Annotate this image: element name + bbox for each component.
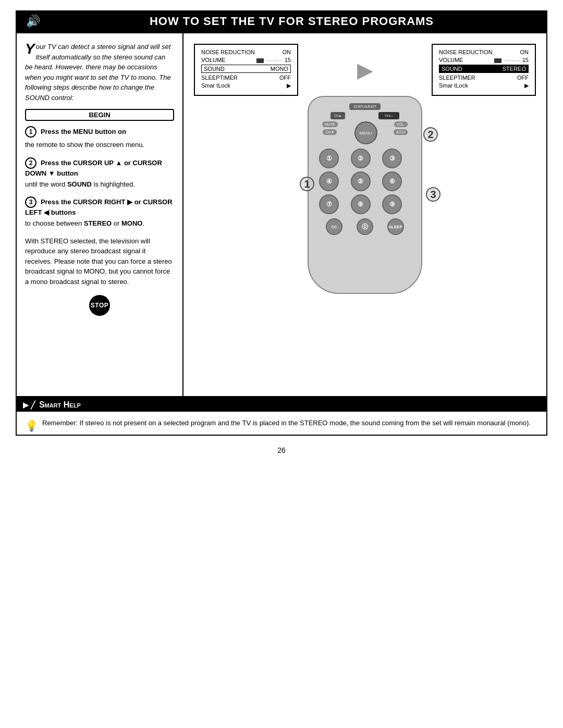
- cursor-2-indicator: 2: [423, 127, 438, 142]
- a-ch-button[interactable]: A/CH: [394, 129, 408, 135]
- volume-label: VOLUME: [201, 57, 225, 63]
- begin-label: BEGIN: [89, 111, 110, 119]
- ch-up-button[interactable]: CH▲: [331, 112, 345, 119]
- num-4-button[interactable]: ④: [319, 171, 339, 191]
- volume-label-stereo: VOLUME: [439, 57, 463, 63]
- sleeptimer-value-mono: OFF: [279, 75, 291, 81]
- smart-help-section: ▶ ╱ Smart Help 💡 Remember: If stereo is …: [16, 397, 547, 436]
- remote-bottom-row: CC ⓪ SLEEP: [319, 218, 411, 235]
- remote-menu-row: MUTE CH▼ MENU VOL- A/CH: [314, 121, 416, 144]
- sound-value-stereo: STEREO: [503, 66, 526, 72]
- smart-help-header: ▶ ╱ Smart Help: [17, 398, 546, 412]
- smartlock-label-stereo: Smar tLock: [439, 82, 468, 89]
- menu-button[interactable]: MENU: [354, 121, 377, 144]
- sound-label-stereo: SOUND: [442, 66, 462, 72]
- vol-down-button[interactable]: VOL-: [394, 121, 408, 127]
- vol-up-button[interactable]: VOL+: [378, 112, 399, 119]
- step-2-circle: 2: [25, 157, 36, 169]
- step-3-title: Press the CURSOR RIGHT ▶ or CURSOR LEFT …: [25, 198, 173, 216]
- volume-dots-stereo: ·········: [504, 58, 521, 63]
- remote-left-btns: MUTE CH▼: [322, 121, 338, 144]
- intro-body: our TV can detect a stereo signal and wi…: [25, 43, 171, 102]
- volume-number: 15: [285, 57, 291, 63]
- left-panel: Y our TV can detect a stereo signal and …: [17, 33, 183, 396]
- screen-stereo-noise-row: NOISE REDUCTION ON: [439, 49, 529, 55]
- cc-button[interactable]: CC: [326, 218, 342, 235]
- screen-mono-sleeptimer-row: SLEEPTIMER OFF: [201, 75, 291, 81]
- screen-stereo-sound-row: SOUND STEREO: [439, 65, 529, 73]
- screen-stereo-volume-row: VOLUME ········· 15: [439, 57, 529, 63]
- stop-circle: STOP: [89, 295, 110, 316]
- noise-reduction-value-stereo: ON: [520, 49, 529, 55]
- smart-help-text: Remember: If stereo is not present on a …: [42, 419, 531, 427]
- sleeptimer-label-stereo: SLEEPTIMER: [439, 75, 475, 81]
- page-title: How to Set the TV for Stereo Programs: [46, 15, 537, 28]
- step-1-text: the remote to show the onscreen menu.: [25, 140, 174, 150]
- sleep-button[interactable]: SLEEP: [387, 218, 404, 235]
- cursor-3-indicator: 3: [426, 187, 440, 202]
- mute-label: MUTE: [325, 122, 335, 126]
- remote-ch-vol-row: CH▲ VOL+: [314, 112, 416, 119]
- step-1-title: Press the MENU button on: [41, 128, 126, 135]
- ch-down-button[interactable]: CH▼: [323, 129, 337, 135]
- stop-label: STOP: [91, 302, 108, 309]
- num-2-button[interactable]: ②: [351, 149, 371, 168]
- menu-label: MENU: [360, 131, 372, 135]
- screen-mono-volume-row: VOLUME ········· 15: [201, 57, 291, 63]
- screen-mono: NOISE REDUCTION ON VOLUME ········· 15 S…: [194, 44, 298, 96]
- screen-stereo-smartlock-row: Smar tLock ▶: [439, 82, 529, 89]
- volume-bar-stereo: [494, 58, 501, 63]
- remote-control: STATUS/EXIT CH▲ VOL+ MUTE: [308, 96, 422, 294]
- sound-label-mono: SOUND: [204, 66, 225, 72]
- speaker-icon: 🔊: [26, 15, 40, 28]
- vol-down-label: VOL-: [397, 122, 405, 126]
- smartlock-label-mono: Smar tLock: [201, 82, 230, 89]
- status-exit-button[interactable]: STATUS/EXIT: [349, 103, 381, 110]
- step-1: 1 Press the MENU button on the remote to…: [25, 126, 174, 150]
- sleeptimer-value-stereo: OFF: [517, 75, 529, 81]
- smart-help-box: ▶ ╱ Smart Help 💡 Remember: If stereo is …: [16, 397, 547, 436]
- cursor-1-indicator: 1: [300, 177, 314, 191]
- ch-up-label: CH▲: [334, 114, 342, 117]
- num-7-button[interactable]: ⑦: [319, 194, 339, 214]
- num-5-button[interactable]: ⑤: [351, 171, 371, 191]
- vol-up-label: VOL+: [385, 114, 393, 117]
- step-2-title: Press the CURSOR UP ▲ or CURSOR DOWN ▼ b…: [25, 158, 162, 177]
- extra-text: With STEREO selected, the television wil…: [25, 236, 174, 287]
- status-exit-label: STATUS/EXIT: [353, 105, 376, 108]
- volume-number-stereo: 15: [522, 57, 529, 63]
- right-panel: NOISE REDUCTION ON VOLUME ········· 15 S…: [183, 33, 546, 396]
- num-6-button[interactable]: ⑥: [382, 171, 402, 191]
- num-9-button[interactable]: ⑨: [382, 194, 402, 214]
- mute-button[interactable]: MUTE: [322, 121, 338, 127]
- num-3-button[interactable]: ③: [382, 149, 402, 168]
- num-0-button[interactable]: ⓪: [357, 218, 373, 235]
- step-2: 2 Press the CURSOR UP ▲ or CURSOR DOWN ▼…: [25, 157, 174, 190]
- screen-mono-smartlock-row: Smar tLock ▶: [201, 82, 291, 89]
- right-angle-icon: ▶ ╱: [23, 401, 35, 409]
- remote-right-btns: VOL- A/CH: [394, 121, 408, 144]
- step-3: 3 Press the CURSOR RIGHT ▶ or CURSOR LEF…: [25, 196, 174, 229]
- screen-mono-noise-row: NOISE REDUCTION ON: [201, 49, 291, 55]
- num-8-button[interactable]: ⑧: [351, 194, 371, 214]
- intro-text: Y our TV can detect a stereo signal and …: [25, 42, 174, 103]
- noise-reduction-label-stereo: NOISE REDUCTION: [439, 49, 493, 55]
- screen-stereo: NOISE REDUCTION ON VOLUME ········· 15 S…: [432, 44, 536, 96]
- smartlock-value-stereo: ▶: [524, 82, 529, 89]
- smart-help-title: Smart Help: [39, 400, 81, 410]
- screens-area: NOISE REDUCTION ON VOLUME ········· 15 S…: [194, 44, 536, 96]
- num-1-button[interactable]: ①: [319, 149, 339, 168]
- stop-badge: STOP: [25, 295, 174, 316]
- drop-cap: Y: [25, 42, 35, 56]
- step-3-circle: 3: [25, 196, 36, 208]
- remote-top: STATUS/EXIT: [314, 103, 416, 110]
- step-2-text: until the word SOUND is highlighted.: [25, 179, 174, 190]
- sleeptimer-label-mono: SLEEPTIMER: [201, 75, 238, 81]
- page-number-text: 26: [277, 446, 286, 454]
- volume-dots: ·········: [266, 58, 283, 63]
- page-number: 26: [0, 446, 563, 454]
- noise-reduction-value: ON: [283, 49, 291, 55]
- smartlock-value-mono: ▶: [287, 82, 291, 89]
- screen-stereo-sleeptimer-row: SLEEPTIMER OFF: [439, 75, 529, 81]
- sound-value-mono: MONO: [271, 66, 288, 72]
